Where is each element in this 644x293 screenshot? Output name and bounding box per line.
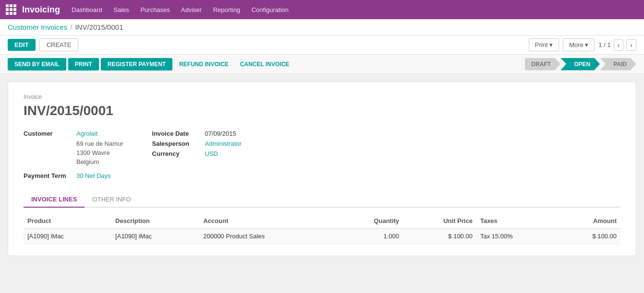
nav-adviser[interactable]: Adviser	[181, 6, 202, 13]
invoice-label: Invoice	[24, 94, 620, 100]
nav-reporting[interactable]: Reporting	[213, 6, 240, 13]
col-taxes: Taxes	[476, 213, 557, 229]
print-button[interactable]: Print ▾	[529, 38, 559, 51]
customer-label: Customer	[24, 130, 76, 137]
pagination: 1 / 1 ‹ ›	[598, 39, 636, 51]
currency-value[interactable]: USD	[205, 150, 218, 157]
invoice-date-row: Invoice Date 07/09/2015	[152, 130, 248, 137]
breadcrumb-parent[interactable]: Customer Invoices	[8, 23, 67, 31]
invoice-tabs: INVOICE LINES OTHER INFO	[24, 192, 620, 208]
col-quantity: Quantity	[337, 213, 403, 229]
invoice-card: Invoice INV/2015/0001 Customer Agrolait …	[8, 82, 636, 256]
action-bar: EDIT CREATE Print ▾ More ▾ 1 / 1 ‹ ›	[0, 35, 644, 55]
currency-row: Currency USD	[152, 150, 248, 157]
nav-purchases[interactable]: Purchases	[140, 6, 170, 13]
col-description: Description	[111, 213, 199, 229]
cancel-invoice-button[interactable]: CANCEL INVOICE	[235, 58, 294, 70]
print-action-button[interactable]: PRINT	[68, 58, 99, 70]
status-steps: DRAFT OPEN PAID	[525, 58, 636, 70]
col-unit-price: Unit Price	[403, 213, 476, 229]
right-fields: Invoice Date 07/09/2015 Salesperson Admi…	[152, 130, 248, 182]
tab-other-info[interactable]: OTHER INFO	[85, 192, 138, 208]
payment-term-label: Payment Term	[24, 172, 76, 179]
cell-quantity: 1.000	[337, 229, 403, 244]
pagination-text: 1 / 1	[598, 41, 610, 48]
breadcrumb-current: INV/2015/0001	[75, 23, 123, 31]
cell-unit-price: $ 100.00	[403, 229, 476, 244]
register-payment-button[interactable]: REGISTER PAYMENT	[101, 58, 172, 70]
create-button[interactable]: CREATE	[39, 38, 79, 51]
prev-page-button[interactable]: ‹	[614, 39, 624, 51]
main-content: Invoice INV/2015/0001 Customer Agrolait …	[0, 74, 644, 264]
send-email-button[interactable]: SEND BY EMAIL	[8, 58, 66, 70]
invoice-fields: Customer Agrolait 69 rue de Namur 1300 W…	[24, 130, 620, 182]
refund-invoice-button[interactable]: REFUND INVOICE	[174, 58, 233, 70]
address-line2: 1300 Wavre	[76, 149, 123, 156]
invoice-lines-table: Product Description Account Quantity Uni…	[24, 213, 620, 244]
table-row: [A1090] iMac [A1090] iMac 200000 Product…	[24, 229, 620, 244]
customer-name[interactable]: Agrolait	[76, 130, 97, 137]
address-line1: 69 rue de Namur	[76, 140, 123, 147]
edit-button[interactable]: EDIT	[8, 39, 36, 51]
step-paid[interactable]: PAID	[600, 58, 636, 70]
breadcrumb: Customer Invoices / INV/2015/0001	[0, 19, 644, 35]
invoice-date-label: Invoice Date	[152, 130, 205, 137]
col-account: Account	[199, 213, 337, 229]
customer-row: Customer Agrolait	[24, 130, 123, 137]
more-button[interactable]: More ▾	[563, 38, 595, 51]
currency-label: Currency	[152, 150, 205, 157]
salesperson-value[interactable]: Administrator	[205, 140, 242, 147]
cell-description: [A1090] iMac	[111, 229, 199, 244]
top-nav: Invoicing Dashboard Sales Purchases Advi…	[0, 0, 644, 19]
payment-term-row: Payment Term 30 Net Days	[24, 172, 123, 179]
invoice-number: INV/2015/0001	[24, 103, 620, 118]
address-line3: Belgium	[76, 158, 123, 165]
tab-invoice-lines[interactable]: INVOICE LINES	[24, 192, 85, 208]
nav-dashboard[interactable]: Dashboard	[72, 6, 102, 13]
step-open[interactable]: OPEN	[560, 58, 600, 70]
step-draft[interactable]: DRAFT	[525, 58, 561, 70]
left-fields: Customer Agrolait 69 rue de Namur 1300 W…	[24, 130, 123, 182]
breadcrumb-separator: /	[70, 23, 72, 31]
status-bar: SEND BY EMAIL PRINT REGISTER PAYMENT REF…	[0, 55, 644, 74]
payment-term-value[interactable]: 30 Net Days	[76, 172, 111, 179]
cell-amount: $ 100.00	[557, 229, 620, 244]
cell-account: 200000 Product Sales	[199, 229, 337, 244]
next-page-button[interactable]: ›	[626, 39, 636, 51]
salesperson-row: Salesperson Administrator	[152, 140, 248, 147]
cell-taxes: Tax 15.00%	[476, 229, 557, 244]
apps-icon[interactable]	[6, 4, 16, 15]
nav-configuration[interactable]: Configuration	[252, 6, 289, 13]
salesperson-label: Salesperson	[152, 140, 205, 147]
top-nav-links: Dashboard Sales Purchases Adviser Report…	[72, 6, 298, 13]
cell-product: [A1090] iMac	[24, 229, 111, 244]
nav-sales[interactable]: Sales	[113, 6, 129, 13]
app-brand: Invoicing	[22, 5, 60, 15]
col-product: Product	[24, 213, 111, 229]
col-amount: Amount	[557, 213, 620, 229]
invoice-date-value: 07/09/2015	[205, 130, 236, 137]
